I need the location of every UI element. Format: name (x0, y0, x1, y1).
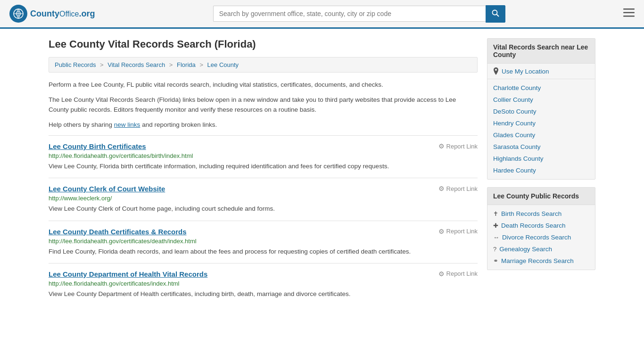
public-record-link-1[interactable]: ✚ Death Records Search (493, 222, 589, 229)
result-desc-2: Find Lee County, Florida death records, … (49, 247, 478, 256)
result-title-3[interactable]: Lee County Department of Health Vital Re… (49, 270, 207, 278)
menu-icon[interactable] (623, 8, 635, 20)
public-record-0: ✝ Birth Records Search (487, 208, 595, 220)
nearby-county-link-3[interactable]: Hendry County (493, 120, 589, 127)
nearby-county-1: Collier County (487, 94, 595, 106)
public-record-icon-4: ⚭ (493, 257, 498, 264)
nearby-county-link-0[interactable]: Charlotte County (493, 84, 589, 91)
use-location[interactable]: Use My Location (487, 64, 595, 79)
result-item: Lee County Department of Health Vital Re… (49, 263, 478, 305)
report-icon-3: ⚙ (438, 270, 445, 278)
nearby-county-3: Hendry County (487, 117, 595, 129)
result-title-2[interactable]: Lee County Death Certificates & Records (49, 228, 187, 236)
breadcrumb-vital-records[interactable]: Vital Records Search (107, 61, 165, 68)
svg-point-5 (492, 10, 497, 15)
desc3: Help others by sharing new links and rep… (49, 120, 478, 130)
public-record-4: ⚭ Marriage Records Search (487, 255, 595, 267)
result-url-1[interactable]: http://www.leeclerk.org/ (49, 195, 478, 202)
breadcrumb-public-records[interactable]: Public Records (55, 61, 96, 68)
sidebar: Vital Records Search near Lee County Use… (487, 38, 595, 305)
svg-rect-9 (623, 16, 635, 17)
breadcrumb-sep3: > (199, 61, 203, 68)
report-link-3[interactable]: ⚙ Report Link (438, 270, 478, 278)
public-record-link-0[interactable]: ✝ Birth Records Search (493, 210, 589, 217)
public-record-3: ? Genealogy Search (487, 243, 595, 255)
svg-line-6 (496, 14, 499, 16)
public-records-list: ✝ Birth Records Search ✚ Death Records S… (487, 205, 595, 270)
breadcrumb-sep1: > (100, 61, 104, 68)
search-button[interactable] (486, 5, 505, 23)
public-record-link-4[interactable]: ⚭ Marriage Records Search (493, 257, 589, 264)
nearby-county-link-7[interactable]: Hardee County (493, 167, 589, 174)
result-url-3[interactable]: http://lee.floridahealth.gov/certificate… (49, 280, 478, 287)
nearby-county-link-4[interactable]: Glades County (493, 132, 589, 139)
logo-icon (9, 5, 27, 23)
result-item: Lee County Birth Certificates ⚙ Report L… (49, 135, 478, 178)
report-icon-0: ⚙ (438, 142, 445, 150)
result-header: Lee County Death Certificates & Records … (49, 228, 478, 236)
result-desc-3: View Lee County Department of Health cer… (49, 289, 478, 299)
report-link-2[interactable]: ⚙ Report Link (438, 228, 478, 235)
new-links[interactable]: new links (114, 121, 140, 128)
public-record-link-2[interactable]: ↔ Divorce Records Search (493, 234, 589, 241)
public-record-icon-0: ✝ (493, 210, 498, 217)
result-title-0[interactable]: Lee County Birth Certificates (49, 142, 146, 150)
report-icon-2: ⚙ (438, 228, 445, 235)
nearby-county-link-1[interactable]: Collier County (493, 96, 589, 103)
use-location-label: Use My Location (502, 68, 549, 75)
result-title-1[interactable]: Lee County Clerk of Court Website (49, 185, 165, 193)
desc3-suffix: and reporting broken links. (142, 121, 217, 128)
public-record-link-3[interactable]: ? Genealogy Search (493, 246, 589, 253)
breadcrumb: Public Records > Vital Records Search > … (49, 57, 478, 73)
search-bar (213, 5, 505, 23)
content-area: Lee County Vital Records Search (Florida… (49, 38, 478, 305)
logo-text: CountyOffice.org (30, 9, 95, 19)
result-item: Lee County Clerk of Court Website ⚙ Repo… (49, 178, 478, 220)
public-record-icon-2: ↔ (493, 234, 499, 241)
nearby-county-6: Highlands County (487, 153, 595, 165)
result-url-2[interactable]: http://lee.floridahealth.gov/certificate… (49, 238, 478, 245)
nearby-county-2: DeSoto County (487, 106, 595, 117)
svg-rect-7 (623, 8, 635, 10)
nearby-county-0: Charlotte County (487, 82, 595, 94)
result-desc-0: View Lee County, Florida birth certifica… (49, 162, 478, 171)
search-input[interactable] (213, 6, 486, 22)
breadcrumb-sep2: > (169, 61, 173, 68)
public-records-section: Lee County Public Records ✝ Birth Record… (487, 187, 595, 270)
nearby-section: Vital Records Search near Lee County Use… (487, 38, 595, 180)
public-records-title: Lee County Public Records (487, 188, 595, 205)
logo[interactable]: CountyOffice.org (9, 5, 95, 23)
report-link-1[interactable]: ⚙ Report Link (438, 185, 478, 192)
svg-rect-8 (623, 12, 635, 14)
nearby-county-link-6[interactable]: Highlands County (493, 155, 589, 162)
result-header: Lee County Department of Health Vital Re… (49, 270, 478, 278)
nearby-county-7: Hardee County (487, 165, 595, 176)
desc3-prefix: Help others by sharing (49, 121, 114, 128)
report-link-0[interactable]: ⚙ Report Link (438, 142, 478, 150)
result-desc-1: View Lee County Clerk of Court home page… (49, 204, 478, 214)
desc2: The Lee County Vital Records Search (Flo… (49, 95, 478, 115)
report-icon-1: ⚙ (438, 185, 445, 192)
public-record-1: ✚ Death Records Search (487, 220, 595, 231)
main-container: Lee County Vital Records Search (Florida… (39, 29, 605, 315)
result-header: Lee County Clerk of Court Website ⚙ Repo… (49, 185, 478, 193)
nearby-county-4: Glades County (487, 129, 595, 141)
site-header: CountyOffice.org (0, 0, 644, 29)
public-record-icon-1: ✚ (493, 222, 498, 229)
nearby-list: Charlotte CountyCollier CountyDeSoto Cou… (487, 79, 595, 179)
result-header: Lee County Birth Certificates ⚙ Report L… (49, 142, 478, 150)
nearby-county-link-5[interactable]: Sarasota County (493, 143, 589, 150)
result-item: Lee County Death Certificates & Records … (49, 221, 478, 263)
public-record-2: ↔ Divorce Records Search (487, 231, 595, 243)
breadcrumb-florida[interactable]: Florida (177, 61, 196, 68)
desc1: Perform a free Lee County, FL public vit… (49, 80, 478, 90)
nearby-county-link-2[interactable]: DeSoto County (493, 108, 589, 115)
public-record-icon-3: ? (493, 246, 496, 253)
result-url-0[interactable]: http://lee.floridahealth.gov/certificate… (49, 152, 478, 159)
nearby-county-5: Sarasota County (487, 141, 595, 153)
nearby-title: Vital Records Search near Lee County (487, 39, 595, 64)
results-list: Lee County Birth Certificates ⚙ Report L… (49, 135, 478, 305)
breadcrumb-lee-county[interactable]: Lee County (207, 61, 239, 68)
page-title: Lee County Vital Records Search (Florida… (49, 38, 478, 50)
